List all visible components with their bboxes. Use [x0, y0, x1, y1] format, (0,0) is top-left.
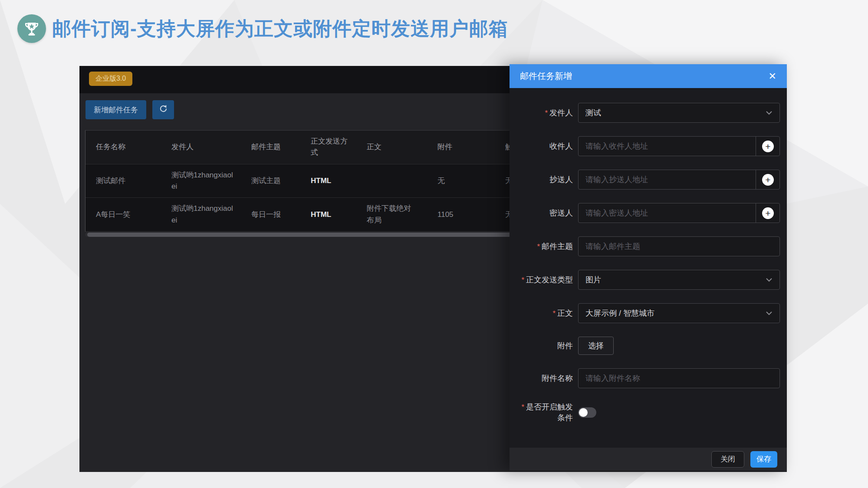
cell-attachment: 无 — [427, 164, 495, 198]
selected-value: 测试 — [585, 108, 601, 118]
column-header-task-name: 任务名称 — [85, 131, 161, 164]
cell-subject: 每日一报 — [241, 198, 300, 231]
cell-sender: 测试哟1zhangxiaolei — [161, 164, 241, 198]
form-row-trigger-toggle: *是否开启触发条件 — [516, 402, 780, 423]
cell-attachment: 1105 — [427, 198, 495, 231]
save-button[interactable]: 保存 — [750, 451, 777, 468]
cc-input[interactable] — [578, 170, 780, 190]
required-mark: * — [545, 109, 548, 117]
column-header-body: 正文 — [356, 131, 427, 164]
form-row-bcc: 密送人 + — [516, 203, 780, 223]
field-label: 密送人 — [516, 208, 573, 218]
version-badge: 企业版3.0 — [89, 72, 132, 86]
selected-value: 大屏示例 / 智慧城市 — [585, 308, 654, 318]
field-label: *邮件主题 — [516, 241, 573, 252]
subject-input[interactable] — [578, 236, 780, 256]
plus-circle-icon: + — [762, 141, 774, 152]
cell-body-send-mode: HTML — [300, 198, 356, 231]
new-mail-task-modal: 邮件任务新增 ✕ *发件人 测试 收件人 + — [510, 64, 787, 471]
form-row-attachment: 附件 选择 — [516, 337, 780, 355]
field-label: *是否开启触发条件 — [516, 402, 573, 423]
sender-select[interactable]: 测试 — [578, 103, 780, 123]
refresh-icon — [159, 104, 168, 115]
required-mark: * — [521, 403, 524, 411]
close-icon[interactable]: ✕ — [769, 72, 776, 81]
recipient-input[interactable] — [578, 136, 780, 156]
plus-circle-icon: + — [762, 174, 774, 186]
screen: 邮件订阅-支持大屏作为正文或附件定时发送用户邮箱 企业版3.0 新增邮件任务 任… — [0, 0, 868, 488]
plus-circle-icon: + — [762, 207, 774, 219]
add-bcc-button[interactable]: + — [756, 203, 780, 223]
modal-footer: 关闭 保存 — [510, 448, 787, 471]
body-type-select[interactable]: 图片 — [578, 270, 780, 290]
cell-sender: 测试哟1zhangxiaolei — [161, 198, 241, 231]
close-button[interactable]: 关闭 — [711, 451, 744, 468]
page-title: 邮件订阅-支持大屏作为正文或附件定时发送用户邮箱 — [52, 16, 508, 42]
form-row-recipient: 收件人 + — [516, 136, 780, 156]
field-label: *正文 — [516, 308, 573, 319]
column-header-body-send-mode: 正文发送方式 — [300, 131, 356, 164]
choose-attachment-button[interactable]: 选择 — [578, 337, 614, 355]
modal-header: 邮件任务新增 ✕ — [510, 64, 787, 88]
add-mail-task-button[interactable]: 新增邮件任务 — [85, 100, 146, 119]
chevron-down-icon — [766, 311, 773, 315]
bcc-input[interactable] — [578, 203, 780, 223]
add-recipient-button[interactable]: + — [756, 136, 780, 156]
field-label: 收件人 — [516, 141, 573, 151]
cell-task-name: A每日一笑 — [85, 198, 161, 231]
form-row-body: *正文 大屏示例 / 智慧城市 — [516, 303, 780, 323]
cell-task-name: 测试邮件 — [85, 164, 161, 198]
cell-body-send-mode: HTML — [300, 164, 356, 198]
field-label: *发件人 — [516, 108, 573, 118]
cell-subject: 测试主题 — [241, 164, 300, 198]
trophy-icon — [17, 14, 46, 43]
field-label: 附件 — [516, 341, 573, 351]
form-row-cc: 抄送人 + — [516, 170, 780, 190]
column-header-subject: 邮件主题 — [241, 131, 300, 164]
cell-body: 附件下载绝对布局 — [356, 198, 427, 231]
trigger-toggle-switch[interactable] — [578, 407, 596, 418]
cell-body — [356, 164, 427, 198]
body-select[interactable]: 大屏示例 / 智慧城市 — [578, 303, 780, 323]
page-header: 邮件订阅-支持大屏作为正文或附件定时发送用户邮箱 — [17, 14, 508, 43]
attachment-name-input[interactable] — [578, 368, 780, 388]
required-mark: * — [537, 242, 540, 251]
form-row-sender: *发件人 测试 — [516, 103, 780, 123]
form-row-attachment-name: 附件名称 — [516, 368, 780, 388]
add-cc-button[interactable]: + — [756, 170, 780, 190]
required-mark: * — [521, 276, 524, 284]
chevron-down-icon — [766, 278, 773, 282]
required-mark: * — [552, 309, 556, 318]
form-row-subject: *邮件主题 — [516, 236, 780, 256]
chevron-down-icon — [766, 111, 773, 115]
field-label: 附件名称 — [516, 373, 573, 383]
field-label: *正文发送类型 — [516, 275, 573, 285]
modal-body: *发件人 测试 收件人 + — [510, 88, 787, 423]
selected-value: 图片 — [585, 275, 601, 285]
modal-title: 邮件任务新增 — [520, 70, 572, 82]
field-label: 抄送人 — [516, 174, 573, 185]
form-row-body-type: *正文发送类型 图片 — [516, 270, 780, 290]
refresh-button[interactable] — [152, 100, 174, 119]
toggle-knob — [579, 408, 588, 417]
column-header-attachment: 附件 — [427, 131, 495, 164]
column-header-sender: 发件人 — [161, 131, 241, 164]
